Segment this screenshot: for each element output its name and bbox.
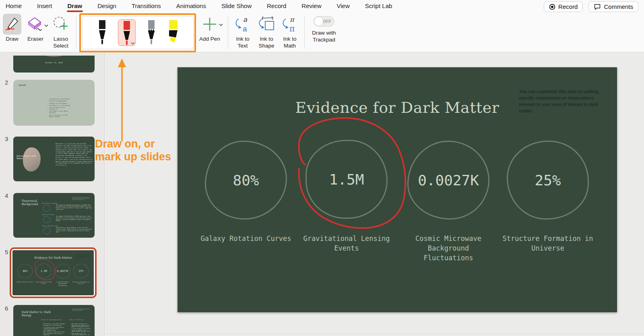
slide4-circle-icon	[43, 228, 50, 234]
tab-home[interactable]: Home	[6, 2, 22, 9]
slide6-title: Dark Matter vs. Dark Energy	[22, 310, 53, 317]
mini-stat-label: Gravitational Lensing Events	[35, 281, 53, 285]
thumbnail-slide-4[interactable]: Theoretical Background Key Scientific Th…	[13, 193, 95, 238]
slide2-agenda-item: Challenges in Dark Matter Research	[47, 110, 73, 114]
slide3-body: Dark matter is a mysterious and invisibl…	[56, 143, 93, 166]
draw-tool-button[interactable]: Draw	[2, 14, 23, 43]
eraser-dropdown-chevron-icon[interactable]	[44, 24, 48, 27]
slide4-section-heading: Key Scientific Theories	[42, 203, 58, 204]
slide-4-number: 4	[5, 192, 8, 199]
main-slide[interactable]: Evidence for Dark Matter You can customi…	[178, 67, 617, 312]
record-button[interactable]: Record	[544, 1, 583, 12]
ink-to-shape-label: Ink to Shape	[257, 36, 276, 50]
slide1-decorative-arc	[28, 56, 80, 57]
ink-to-math-label: Ink to Math	[281, 36, 299, 50]
ribbon-divider	[304, 16, 305, 48]
slide6-note-lines	[72, 309, 89, 311]
trackpad-toggle[interactable]: OFF	[314, 16, 334, 27]
slide4-note-lines	[72, 197, 89, 201]
eraser-tool-button[interactable]: Eraser	[24, 14, 47, 43]
ink-to-text-button[interactable]: a a Ink to Text	[232, 14, 254, 50]
ribbon-divider	[76, 16, 76, 48]
editing-canvas: Evidence for Dark Matter You can customi…	[105, 52, 644, 336]
svg-text:π: π	[289, 24, 295, 33]
add-pen-chevron-icon[interactable]	[219, 23, 223, 26]
app-chrome: Home Insert Draw Design Transitions Anim…	[0, 0, 644, 52]
slide6-col2-heading: Roles in the Universe	[70, 319, 93, 320]
pen-options-chevron-icon[interactable]	[131, 42, 135, 45]
stat-value: 0.0027K	[418, 172, 479, 189]
ink-to-math-icon: π π	[281, 15, 299, 33]
tab-view[interactable]: View	[337, 2, 350, 9]
draw-with-trackpad-label: Draw with Trackpad	[310, 30, 338, 44]
thumbnail-slide-2[interactable]: Agenda Introduction to Dark Matter Theor…	[13, 80, 95, 126]
add-pen-label: Add Pen	[197, 36, 222, 43]
thumbnail-slide-6[interactable]: Dark Matter vs. Dark Energy Definitions …	[13, 305, 95, 336]
ink-to-shape-icon	[257, 15, 276, 33]
slide4-section-body: The Lambda Cold Dark Matter (ΛCDM) model…	[56, 216, 93, 222]
lasso-select-tool-button[interactable]: Lasso Select	[49, 14, 72, 50]
tab-record[interactable]: Record	[267, 2, 286, 9]
eraser-tool-label: Eraser	[24, 36, 47, 43]
slide-note: You can customize this slide by adding s…	[519, 88, 600, 114]
slide6-col1-item: Dark matter is invisible and makes up ab…	[41, 324, 67, 326]
thumbnail-slide-5-selected[interactable]: Evidence for Dark Matter You can customi…	[10, 247, 97, 298]
comments-button[interactable]: Comments	[588, 1, 638, 12]
pen-black[interactable]	[96, 20, 108, 46]
slide2-agenda-item: Future Prospects in Dark Matter Studies	[47, 114, 73, 118]
pen-highlighter[interactable]	[167, 20, 180, 46]
comments-button-label: Comments	[604, 3, 633, 10]
slide4-section-heading: Galactic Rotation Curves	[42, 226, 58, 227]
gray-pencil-icon	[145, 20, 157, 46]
add-pen-button[interactable]: Add Pen	[197, 14, 222, 43]
stat-circle-cosmic-microwave[interactable]: 0.0027K	[407, 141, 489, 220]
slide2-title: Agenda	[19, 84, 26, 86]
draw-ribbon: Draw Eraser Lasso	[0, 11, 644, 52]
slide-6-number: 6	[5, 305, 8, 312]
tab-slide-show[interactable]: Slide Show	[221, 2, 252, 9]
tab-design[interactable]: Design	[97, 2, 116, 9]
stat-value: 80%	[233, 172, 259, 189]
stat-circle-structure-formation[interactable]: 25%	[507, 141, 589, 220]
record-icon	[549, 4, 555, 10]
mini-stat-label: Galaxy Rotation Curves	[16, 281, 34, 283]
add-pen-plus-icon	[202, 17, 217, 31]
draw-with-trackpad-control: OFF Draw with Trackpad	[308, 14, 340, 44]
draw-pen-icon	[4, 17, 20, 32]
slide2-agenda-item: Introduction to Dark Matter	[47, 98, 89, 100]
thumbnail-slide-3[interactable]: Introduction to Dark Matter Dark matter …	[13, 137, 95, 181]
mini-stat-label: Cosmic Microwave Background Fluctuations	[55, 281, 70, 286]
tab-animations[interactable]: Animations	[176, 2, 206, 9]
black-pen-icon	[96, 20, 108, 46]
pen-red-selected[interactable]	[118, 19, 136, 46]
tab-transitions[interactable]: Transitions	[132, 2, 161, 9]
tab-script-lab[interactable]: Script Lab	[365, 2, 392, 9]
record-button-label: Record	[558, 3, 578, 10]
svg-text:a: a	[243, 15, 248, 23]
pen-pencil[interactable]	[145, 20, 157, 46]
stat-circle-galaxy-rotation[interactable]: 80%	[205, 141, 287, 220]
ink-to-text-icon: a a	[233, 15, 252, 33]
tab-insert[interactable]: Insert	[37, 2, 52, 9]
mini-stat-value: 0.0027K	[57, 270, 68, 273]
tab-draw[interactable]: Draw	[68, 2, 83, 9]
svg-text:π: π	[290, 16, 295, 23]
lasso-select-label: Lasso Select	[51, 36, 70, 50]
draw-tool-label: Draw	[2, 36, 23, 43]
slide6-col1-item: It interacts with visible matter through…	[41, 327, 67, 331]
mini-stat-value: 1.5M	[41, 270, 47, 273]
pen-gallery	[82, 16, 194, 49]
toggle-state-label: OFF	[323, 19, 331, 24]
ink-to-math-button[interactable]: π π Ink to Math	[279, 14, 300, 50]
thumbnail-slide-1[interactable]: October 31, 2024	[13, 56, 95, 73]
stat-label: Gravitational Lensing Events	[298, 234, 395, 253]
slide4-section-body: Observations of spiral galaxies reveal t…	[56, 227, 93, 233]
stat-circle-gravitational-lensing[interactable]: 1.5M	[305, 140, 388, 219]
mini-stat-label: Structure Formation in Universe	[72, 281, 90, 285]
ink-to-shape-button[interactable]: Ink to Shape	[255, 14, 278, 50]
slide-5-number: 5	[5, 249, 8, 255]
tab-review[interactable]: Review	[301, 2, 321, 9]
mini-stat-value: 25%	[78, 270, 83, 273]
stat-value: 25%	[535, 172, 561, 189]
slide6-col2-item: Dark energy drives the accelerated expan…	[70, 333, 93, 336]
